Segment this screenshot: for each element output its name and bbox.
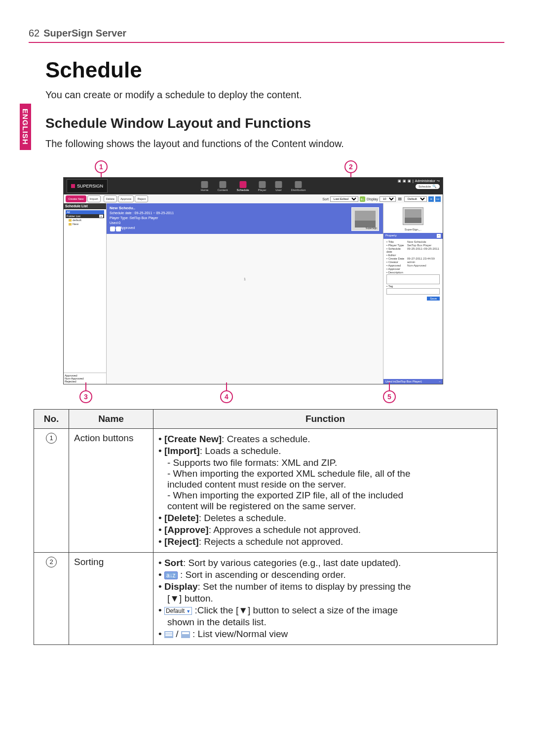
normalview-icon[interactable]: ▭ — [435, 196, 441, 202]
card-action-icon[interactable] — [110, 227, 115, 231]
tag-input[interactable] — [386, 288, 440, 295]
page-header: 62 SuperSign Server — [29, 28, 504, 43]
sidebar-folder-list[interactable]: Folder List+ — [66, 214, 104, 218]
table-row: 2 Sorting Sort: Sort by various categori… — [34, 553, 497, 645]
sort-select[interactable]: Last Edited — [330, 196, 358, 202]
normalview-inline-icon — [181, 631, 190, 638]
logo-text: SUPERSIGN — [77, 184, 103, 189]
card-action-icon[interactable] — [116, 227, 121, 231]
property-title: SuperSign_.. — [383, 228, 443, 231]
row-name: Action buttons — [69, 429, 153, 553]
size-icon: 🖼 — [397, 196, 403, 202]
distribution-icon — [295, 181, 302, 188]
logout-icon[interactable]: ↪ — [437, 179, 440, 183]
card-thumbnail: SuperSign — [351, 207, 379, 231]
tb-icon[interactable]: ▣ — [398, 179, 401, 183]
page-indicator: 1 — [244, 277, 246, 281]
property-footer: Used in(SetTop Box Player)− — [383, 379, 443, 384]
property-thumbnail — [403, 207, 423, 225]
app-screenshot: SUPERSIGN Home Content Schedule Player U… — [63, 177, 443, 384]
card-title: New Schedu.. — [110, 206, 135, 210]
app-toolbar: Create New Import Delete Approve Reject … — [64, 194, 443, 203]
logo-icon — [71, 184, 75, 188]
sidebar-status: Approved Non-Approved Rejected — [64, 373, 106, 384]
nav-user[interactable]: User — [275, 181, 282, 191]
import-button[interactable]: Import — [87, 195, 101, 202]
schedule-card[interactable]: New Schedu.. Schedule date : 09-25-2011 … — [107, 203, 383, 234]
sort-order-inline-icon: a↓z — [164, 571, 178, 579]
nav-player[interactable]: Player — [258, 181, 266, 191]
collapse-icon[interactable]: − — [439, 380, 441, 383]
callout-line — [85, 382, 86, 390]
listview-icon[interactable]: ≡ — [428, 196, 434, 202]
callout-2: 2 — [344, 160, 357, 173]
callout-5: 5 — [383, 390, 396, 403]
nav-schedule[interactable]: Schedule — [236, 181, 249, 191]
section-title: Schedule — [45, 58, 504, 82]
sidebar-default[interactable]: default — [66, 218, 104, 222]
tb-icon[interactable]: ▣ — [408, 179, 411, 183]
folder-icon — [69, 223, 72, 226]
callout-line — [389, 382, 390, 390]
nav-content[interactable]: Content — [217, 181, 228, 191]
header-title: SuperSign Server — [43, 28, 126, 39]
delete-button[interactable]: Delete — [104, 195, 117, 202]
sidebar-header: Schedule List — [64, 203, 106, 209]
sort-label: Sort — [322, 197, 329, 201]
function-table: No. Name Function 1 Action buttons [Crea… — [34, 409, 497, 645]
listview-inline-icon — [164, 631, 173, 638]
callout-1: 1 — [95, 160, 108, 173]
table-row: 1 Action buttons [Create New]: Creates a… — [34, 429, 497, 553]
app-topbar: SUPERSIGN Home Content Schedule Player U… — [64, 178, 443, 194]
callout-3: 3 — [79, 390, 92, 403]
player-icon — [259, 181, 266, 188]
property-bar: Property− — [383, 233, 443, 239]
search-input[interactable]: Schedule🔍 — [416, 184, 440, 189]
row-function: Sort: Sort by various categories (e.g., … — [153, 553, 497, 645]
folder-icon — [69, 219, 72, 222]
row-number: 2 — [46, 557, 57, 567]
subsection-title: Schedule Window Layout and Functions — [45, 115, 504, 131]
reject-button[interactable]: Reject — [135, 195, 148, 202]
create-new-button[interactable]: Create New — [66, 195, 86, 202]
display-label: Display — [367, 197, 378, 201]
save-button[interactable]: Save — [427, 297, 440, 301]
row-name: Sorting — [69, 553, 153, 645]
admin-label: Administrator — [415, 179, 435, 183]
screenshot-figure: 1 2 SUPERSIGN Home Content Schedule Play… — [63, 160, 443, 404]
th-function: Function — [153, 410, 497, 429]
home-icon — [201, 181, 208, 188]
nav-home[interactable]: Home — [200, 181, 208, 191]
callout-line — [226, 382, 227, 390]
collapse-icon[interactable]: − — [437, 234, 441, 238]
size-select-inline: Default ▼ — [164, 607, 192, 615]
approve-button[interactable]: Approve — [118, 195, 134, 202]
th-no: No. — [34, 410, 69, 429]
row-number: 1 — [46, 433, 57, 444]
property-pane: SuperSign_.. Property− TitleNew Schedule… — [383, 203, 443, 384]
user-icon — [275, 181, 282, 188]
page-number: 62 — [29, 28, 39, 39]
language-tab: ENGLISH — [20, 104, 31, 150]
size-select[interactable]: Default — [404, 196, 427, 202]
nav-distribution[interactable]: Distribution — [291, 181, 306, 191]
schedule-sidebar: Schedule List All Folder List+ default N… — [64, 203, 107, 384]
display-select[interactable]: 10 — [380, 196, 396, 202]
sidebar-all[interactable]: All — [66, 210, 104, 214]
search-icon: 🔍 — [432, 185, 437, 189]
table-header-row: No. Name Function — [34, 410, 497, 429]
sort-order-icon[interactable]: a↓ — [360, 196, 365, 202]
schedule-icon — [239, 181, 246, 188]
schedule-main: New Schedu.. Schedule date : 09-25-2011 … — [107, 203, 383, 384]
app-logo: SUPERSIGN — [67, 179, 108, 193]
subsection-text: The following shows the layout and funct… — [45, 138, 504, 150]
section-intro: You can create or modify a schedule to d… — [45, 89, 504, 101]
tb-icon[interactable]: ▣ — [403, 179, 406, 183]
th-name: Name — [69, 410, 153, 429]
add-folder-icon[interactable]: + — [99, 215, 103, 218]
description-input[interactable] — [386, 274, 440, 284]
content-icon — [219, 181, 226, 188]
top-nav: Home Content Schedule Player User Distri… — [200, 181, 305, 191]
callout-4: 4 — [220, 390, 233, 403]
sidebar-new[interactable]: New — [66, 222, 104, 226]
